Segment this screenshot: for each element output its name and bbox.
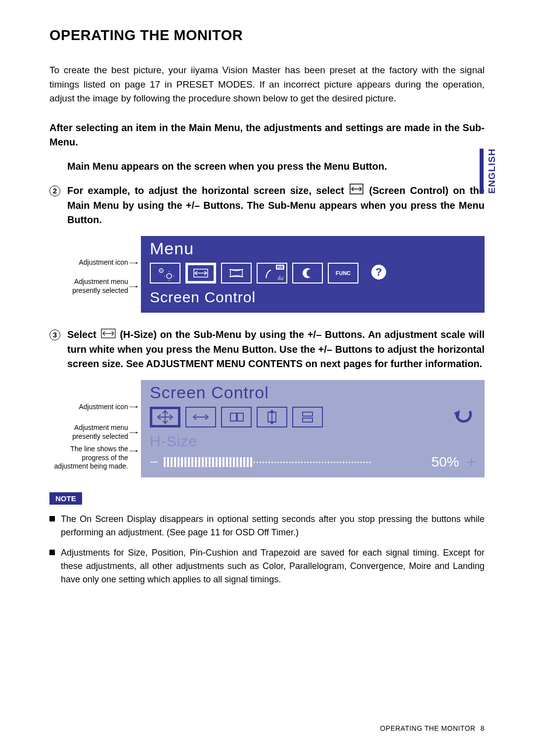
- moon-icon[interactable]: [292, 263, 323, 284]
- minus-button[interactable]: −: [150, 454, 159, 471]
- plus-button[interactable]: +: [467, 454, 476, 471]
- step-2-text-a: For example, to adjust the horizontal sc…: [67, 185, 349, 196]
- submenu-title: Screen Control: [150, 383, 476, 402]
- main-menu-selected-label: Screen Control: [150, 289, 476, 306]
- geometry-icon[interactable]: [221, 263, 252, 284]
- color-icon[interactable]: RB: [257, 263, 287, 284]
- note-item: The On Screen Display disappears in opti…: [49, 513, 485, 539]
- label-adjustment-icon: Adjustment icon→: [49, 258, 138, 268]
- step-1-text: Main Menu appears on the screen when you…: [67, 159, 485, 174]
- svg-point-3: [167, 274, 172, 279]
- intro-paragraph: To create the best picture, your iiyama …: [49, 63, 485, 106]
- step-3-number: 3: [49, 328, 67, 340]
- submenu-panel: Screen Control H-Size −: [141, 380, 485, 477]
- main-menu-panel: Menu RB FUNC ?: [141, 236, 485, 313]
- submenu-selected-label: H-Size: [150, 433, 476, 450]
- hsize-icon-box[interactable]: [185, 407, 216, 427]
- step-3-text-b: (H-Size) on the Sub-Menu by using the +/…: [67, 329, 485, 369]
- step-2-text: For example, to adjust the horizontal sc…: [67, 184, 485, 228]
- func-icon[interactable]: FUNC: [328, 263, 358, 284]
- step-2: 2 For example, to adjust the horizontal …: [49, 184, 485, 228]
- language-tab: ENGLISH: [480, 148, 497, 193]
- svg-rect-23: [237, 413, 243, 421]
- svg-text:?: ?: [375, 266, 382, 278]
- return-icon[interactable]: [451, 406, 476, 428]
- hsize-icon: [101, 328, 116, 342]
- bold-intro: After selecting an item in the Main Menu…: [49, 121, 485, 149]
- brightness-contrast-icon[interactable]: [150, 263, 180, 284]
- step-3: 3 Select (H-Size) on the Sub-Menu by usi…: [49, 328, 485, 371]
- rb-label: RB: [276, 265, 284, 270]
- note-item: Adjustments for Size, Position, Pin-Cush…: [49, 546, 485, 586]
- svg-rect-26: [303, 412, 312, 416]
- step-2-number: 2: [49, 184, 67, 196]
- page-title: OPERATING THE MONITOR: [49, 27, 485, 44]
- hpos-icon[interactable]: [221, 407, 252, 427]
- main-menu-osd: Adjustment icon→ Adjustment menu present…: [49, 236, 485, 313]
- vsize-icon[interactable]: [257, 407, 287, 427]
- progress-ticks: [164, 457, 372, 467]
- submenu-osd: Adjustment icon→ Adjustment menu present…: [49, 380, 485, 477]
- page-footer: OPERATING THE MONITOR8: [380, 724, 485, 732]
- progress-bar[interactable]: − 50% +: [150, 454, 476, 471]
- hsize-vsize-icon[interactable]: [150, 407, 180, 427]
- label-adjustment-menu: Adjustment menu presently selected→: [49, 278, 138, 295]
- help-icon[interactable]: ?: [363, 263, 394, 284]
- step-3-text-a: Select: [67, 329, 100, 340]
- main-menu-title: Menu: [150, 239, 476, 258]
- screen-control-icon: [350, 184, 363, 198]
- step-3-text: Select (H-Size) on the Sub-Menu by using…: [67, 328, 485, 371]
- label-adjustment-icon-2: Adjustment icon→: [49, 402, 138, 412]
- label-progress-line: The line shows the progress of the adjus…: [49, 445, 138, 471]
- svg-rect-27: [303, 418, 312, 422]
- screen-control-icon-selected[interactable]: [185, 263, 216, 284]
- progress-percent: 50%: [431, 454, 462, 470]
- svg-rect-22: [230, 413, 236, 421]
- label-adjustment-menu-2: Adjustment menu presently selected→: [49, 424, 138, 441]
- note-list: The On Screen Display disappears in opti…: [49, 513, 485, 586]
- note-badge: NOTE: [49, 492, 82, 505]
- vpos-icon[interactable]: [292, 407, 323, 427]
